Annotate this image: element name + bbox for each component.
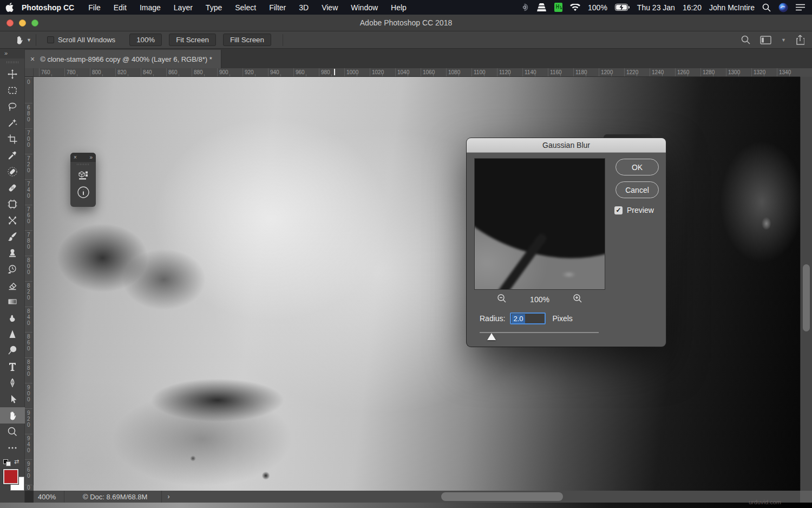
menu-item[interactable]: Help bbox=[384, 3, 413, 12]
ruler-label: 820 bbox=[115, 68, 141, 77]
menu-item[interactable]: File bbox=[82, 3, 107, 12]
ruler-label: 1280 bbox=[700, 68, 726, 77]
smudge-tool[interactable] bbox=[0, 310, 25, 326]
ok-button[interactable]: OK bbox=[615, 159, 659, 175]
menu-item[interactable]: 3D bbox=[292, 3, 315, 12]
spot-healing-brush-tool[interactable] bbox=[0, 164, 25, 180]
default-swap-colors[interactable]: ⇄ bbox=[3, 458, 22, 467]
notification-center-icon[interactable] bbox=[796, 4, 806, 11]
quick-selection-tool[interactable] bbox=[0, 115, 25, 131]
vertical-scrollbar[interactable] bbox=[800, 77, 812, 491]
menu-item[interactable]: Filter bbox=[263, 3, 292, 12]
menu-app-name[interactable]: Photoshop CC bbox=[18, 3, 82, 12]
horizontal-ruler[interactable]: 7607808008208408608809009209409609801000… bbox=[34, 68, 800, 77]
eraser-tool[interactable] bbox=[0, 277, 25, 294]
crop-tool[interactable] bbox=[0, 131, 25, 147]
dock-grip[interactable] bbox=[0, 58, 24, 66]
menu-user-name[interactable]: John McIntire bbox=[709, 3, 755, 12]
preview-checkbox[interactable]: ✓ bbox=[614, 206, 623, 214]
gradient-tool[interactable] bbox=[0, 294, 25, 310]
history-brush-tool[interactable] bbox=[0, 261, 25, 277]
menu-item[interactable]: Window bbox=[344, 3, 384, 12]
3d-properties-panel-icon[interactable] bbox=[70, 166, 96, 184]
wifi-icon[interactable] bbox=[570, 4, 580, 11]
ruler-label: 0 bbox=[25, 77, 32, 103]
foreground-color-swatch[interactable] bbox=[3, 469, 18, 484]
zoom-100-button[interactable]: 100% bbox=[129, 34, 162, 46]
resize-corner[interactable] bbox=[800, 491, 812, 503]
search-icon[interactable] bbox=[741, 35, 750, 44]
panel-grip[interactable] bbox=[70, 162, 96, 166]
ruler-origin-corner[interactable] bbox=[25, 68, 34, 77]
zoom-tool[interactable] bbox=[0, 424, 25, 440]
collapsed-panel[interactable]: × » bbox=[70, 153, 96, 207]
fit-screen-button[interactable]: Fit Screen bbox=[169, 34, 216, 46]
document-tab[interactable]: × © clone-stamp-8966 copy @ 400% (Layer … bbox=[25, 50, 221, 68]
sharpen-tool[interactable] bbox=[0, 326, 25, 342]
dialog-title-bar[interactable]: Gaussian Blur bbox=[467, 138, 666, 153]
screen-mirroring-icon[interactable] bbox=[520, 3, 529, 12]
patch-tool[interactable] bbox=[0, 196, 25, 212]
menu-item[interactable]: Edit bbox=[107, 3, 133, 12]
canvas[interactable] bbox=[34, 77, 800, 508]
status-doc-info[interactable]: © Doc: 8.69M/68.8M bbox=[64, 493, 161, 501]
siri-icon[interactable] bbox=[778, 3, 788, 12]
panel-collapse-icon[interactable]: » bbox=[89, 154, 93, 160]
clone-stamp-tool[interactable] bbox=[0, 245, 25, 261]
cancel-button[interactable]: Cancel bbox=[615, 181, 659, 198]
swap-colors-icon[interactable]: ⇄ bbox=[14, 458, 19, 465]
panel-close-icon[interactable]: × bbox=[74, 154, 77, 160]
status-zoom-level[interactable]: 400% bbox=[34, 493, 64, 501]
minimize-window-button[interactable] bbox=[19, 19, 26, 27]
dodge-tool[interactable] bbox=[0, 342, 25, 359]
move-tool[interactable] bbox=[0, 66, 25, 82]
ruler-label: 800 bbox=[90, 68, 115, 77]
spotlight-search-icon[interactable] bbox=[762, 3, 771, 12]
menu-item[interactable]: Image bbox=[133, 3, 167, 12]
radius-input[interactable]: 2.0 bbox=[510, 312, 546, 324]
vertical-scrollbar-thumb[interactable] bbox=[803, 264, 810, 331]
apple-menu-icon[interactable] bbox=[0, 3, 18, 12]
zoom-window-button[interactable] bbox=[31, 19, 38, 27]
green-app-icon[interactable] bbox=[554, 3, 562, 12]
stack-icon[interactable] bbox=[536, 3, 547, 11]
rectangular-marquee-tool[interactable] bbox=[0, 82, 25, 99]
collapse-dock-icon[interactable]: » bbox=[0, 49, 24, 58]
eyedropper-tool[interactable] bbox=[0, 147, 25, 164]
window-title-bar[interactable]: Adobe Photoshop CC 2018 bbox=[0, 15, 812, 31]
hand-tool[interactable] bbox=[0, 407, 25, 424]
close-window-button[interactable] bbox=[6, 19, 14, 27]
edit-toolbar-icon[interactable] bbox=[0, 440, 25, 456]
healing-brush-tool[interactable] bbox=[0, 180, 25, 196]
ruler-label: 1160 bbox=[548, 68, 573, 77]
menu-time[interactable]: 16:20 bbox=[683, 3, 702, 12]
scroll-all-windows-checkbox[interactable] bbox=[47, 36, 54, 43]
zoom-out-icon[interactable] bbox=[497, 294, 507, 305]
status-chevron-icon[interactable]: › bbox=[162, 493, 177, 500]
menu-date[interactable]: Thu 23 Jan bbox=[637, 3, 675, 12]
radius-slider-track[interactable] bbox=[480, 332, 599, 333]
type-tool[interactable] bbox=[0, 359, 25, 375]
horizontal-scrollbar-thumb[interactable] bbox=[441, 492, 563, 501]
blur-preview-image[interactable] bbox=[474, 158, 605, 290]
menu-item[interactable]: Select bbox=[228, 3, 263, 12]
chevron-down-icon[interactable]: ▼ bbox=[781, 37, 786, 43]
brush-tool[interactable] bbox=[0, 229, 25, 245]
chevron-down-icon[interactable]: ▼ bbox=[27, 37, 31, 43]
path-selection-tool[interactable] bbox=[0, 391, 25, 407]
vertical-ruler[interactable]: 0680700720740760780800820840860880900920… bbox=[25, 77, 34, 491]
menu-item[interactable]: View bbox=[315, 3, 344, 12]
tab-close-icon[interactable]: × bbox=[30, 55, 35, 63]
radius-slider-thumb[interactable] bbox=[487, 333, 496, 340]
fill-screen-button[interactable]: Fill Screen bbox=[223, 34, 271, 46]
workspace-icon[interactable] bbox=[760, 36, 771, 44]
share-icon[interactable] bbox=[796, 35, 804, 45]
menu-item[interactable]: Type bbox=[199, 3, 228, 12]
hand-tool-preset-icon[interactable] bbox=[14, 35, 24, 45]
content-aware-move-tool[interactable] bbox=[0, 212, 25, 229]
zoom-in-icon[interactable] bbox=[573, 294, 582, 305]
pen-tool[interactable] bbox=[0, 375, 25, 391]
menu-item[interactable]: Layer bbox=[167, 3, 199, 12]
lasso-tool[interactable] bbox=[0, 99, 25, 115]
info-panel-icon[interactable] bbox=[70, 184, 96, 201]
